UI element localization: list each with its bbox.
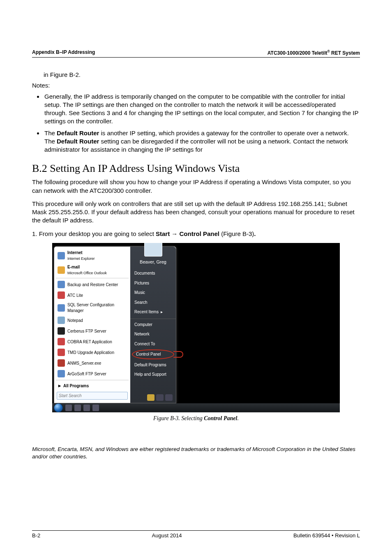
app-icon <box>58 281 65 288</box>
start-menu-item[interactable]: TMD Upgrade Application <box>54 347 130 358</box>
header-right: ATC300-1000/2000 Teletilt® RET System <box>267 49 360 56</box>
start-menu-pinned-email[interactable]: E-mailMicrosoft Office Outlook <box>54 263 130 277</box>
figure-caption: Figure B-3. Selecting Control Panel. <box>32 415 360 423</box>
step-1: 1. From your desktop you are going to se… <box>32 230 360 238</box>
user-avatar <box>144 243 162 257</box>
notepad-icon <box>58 317 65 324</box>
start-menu-item[interactable]: SQL Server Configuration Manager <box>54 301 130 315</box>
app-icon <box>58 304 65 312</box>
start-right-music[interactable]: Music <box>130 288 176 298</box>
taskbar-icon[interactable] <box>74 405 81 411</box>
app-icon <box>58 338 65 345</box>
start-right-default-programs[interactable]: Default Programs <box>130 360 176 370</box>
app-icon <box>58 349 65 356</box>
app-icon <box>58 327 65 335</box>
screenshot-desktop: Documents Adobe Photosh... Adobe Reader … <box>52 243 340 412</box>
power-buttons[interactable] <box>147 394 173 401</box>
all-programs[interactable]: All Programs <box>54 381 130 391</box>
footer-left: B-2 <box>32 532 40 539</box>
ie-icon <box>58 252 65 259</box>
start-search-input[interactable] <box>57 392 128 400</box>
start-menu: InternetInternet Explorer E-mailMicrosof… <box>54 246 176 403</box>
start-right-control-panel[interactable]: Control Panel <box>132 349 174 359</box>
start-menu-item[interactable]: COBRA RET Application <box>54 336 130 347</box>
figure-b3: Documents Adobe Photosh... Adobe Reader … <box>32 243 360 423</box>
shutdown-menu-icon[interactable] <box>165 394 173 401</box>
app-icon <box>58 370 65 377</box>
power-icon[interactable] <box>147 394 154 401</box>
start-right-network[interactable]: Network <box>130 329 176 339</box>
figure-b2-ref: in Figure B-2. <box>44 71 360 79</box>
trademark-note: Microsoft, Encarta, MSN, and Windows are… <box>32 446 360 460</box>
page-header: Appendix B–IP Addressing ATC300-1000/200… <box>32 49 360 58</box>
start-orb-icon[interactable] <box>54 403 63 412</box>
paragraph: This procedure will only work on control… <box>32 200 360 225</box>
notes-item: Generally, the IP address is temporarily… <box>44 92 360 126</box>
app-icon <box>58 359 65 367</box>
start-menu-item[interactable]: ArGoSoft FTP Server <box>54 368 130 379</box>
taskbar[interactable] <box>52 403 340 412</box>
taskbar-icon[interactable] <box>83 405 90 411</box>
notes-list: Generally, the IP address is temporarily… <box>32 92 360 154</box>
lock-icon[interactable] <box>156 394 164 401</box>
notes-label: Notes: <box>32 81 360 90</box>
start-right-recent-items[interactable]: Recent Items ▸ <box>130 307 176 317</box>
page-footer: B-2 August 2014 Bulletin 639544 • Revisi… <box>32 530 360 539</box>
section-heading: B.2 Setting An IP Address Using Windows … <box>32 161 360 176</box>
outlook-icon <box>58 266 65 274</box>
footer-right: Bulletin 639544 • Revision L <box>293 532 360 539</box>
start-right-pictures[interactable]: Pictures <box>130 278 176 288</box>
start-menu-item[interactable]: Notepad <box>54 315 130 326</box>
start-search-box[interactable] <box>57 392 128 400</box>
taskbar-icon[interactable] <box>65 405 72 411</box>
start-menu-item[interactable]: Backup and Restore Center <box>54 279 130 290</box>
app-icon <box>58 291 65 299</box>
start-menu-item[interactable]: Cerberus FTP Server <box>54 326 130 336</box>
start-right-documents[interactable]: Documents <box>130 268 176 278</box>
paragraph: The following procedure will show you ho… <box>32 178 360 195</box>
start-menu-item[interactable]: ATC Lite <box>54 290 130 301</box>
header-left: Appendix B–IP Addressing <box>32 49 95 56</box>
start-right-computer[interactable]: Computer <box>130 319 176 330</box>
start-menu-left-pane: InternetInternet Explorer E-mailMicrosof… <box>54 247 130 403</box>
start-right-search[interactable]: Search <box>130 298 176 308</box>
start-right-connect-to[interactable]: Connect To <box>130 339 176 349</box>
start-menu-item[interactable]: ANMS_Server.exe <box>54 358 130 368</box>
start-right-help[interactable]: Help and Support <box>130 370 176 379</box>
taskbar-icon[interactable] <box>92 405 99 411</box>
footer-center: August 2014 <box>152 532 182 539</box>
user-name: Beaver, Greg <box>130 259 176 265</box>
start-menu-pinned-internet[interactable]: InternetInternet Explorer <box>54 248 130 263</box>
start-menu-right-pane: Beaver, Greg Documents Pictures Music Se… <box>130 247 176 403</box>
notes-item: The Default Router is another IP setting… <box>44 129 360 154</box>
